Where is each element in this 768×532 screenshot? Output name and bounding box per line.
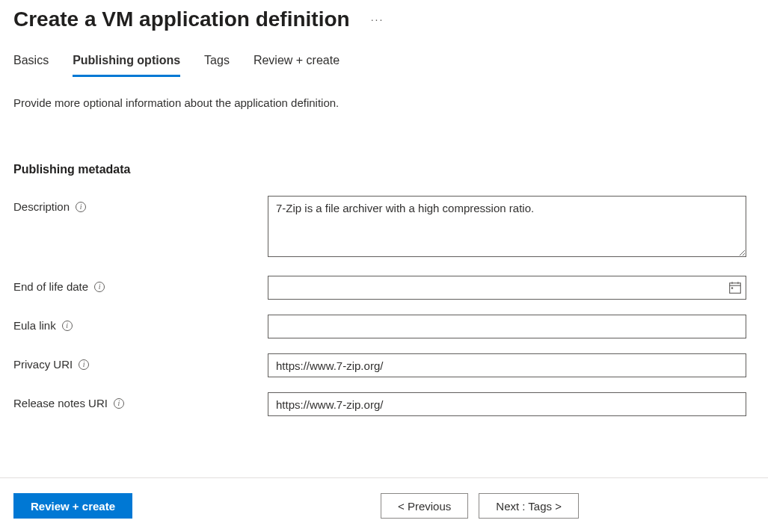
footer-bar: Review + create < Previous Next : Tags > [0, 477, 768, 532]
release-notes-uri-input[interactable] [268, 392, 746, 416]
eol-date-input[interactable] [268, 276, 746, 300]
intro-text: Provide more optional information about … [0, 77, 768, 109]
eol-date-label: End of life date [13, 280, 88, 293]
section-heading-publishing-metadata: Publishing metadata [0, 109, 768, 176]
release-notes-uri-label: Release notes URI [13, 397, 108, 409]
page-title: Create a VM application definition [13, 7, 350, 31]
info-icon[interactable]: i [94, 282, 105, 292]
tab-publishing-options[interactable]: Publishing options [73, 49, 180, 77]
tab-tags[interactable]: Tags [204, 49, 230, 77]
description-label: Description [13, 200, 70, 213]
info-icon[interactable]: i [62, 321, 73, 331]
privacy-uri-input[interactable] [268, 353, 746, 377]
description-input[interactable] [268, 196, 746, 257]
tab-basics[interactable]: Basics [13, 49, 49, 77]
info-icon[interactable]: i [76, 202, 86, 212]
next-button[interactable]: Next : Tags > [479, 493, 579, 519]
info-icon[interactable]: i [114, 398, 124, 409]
calendar-icon[interactable] [728, 281, 742, 294]
svg-rect-4 [731, 287, 733, 288]
svg-rect-0 [730, 283, 741, 294]
eula-link-input[interactable] [268, 315, 746, 338]
eula-link-label: Eula link [13, 319, 56, 332]
previous-button[interactable]: < Previous [381, 493, 468, 519]
more-actions-button[interactable]: ··· [366, 10, 389, 28]
privacy-uri-label: Privacy URI [13, 358, 73, 371]
info-icon[interactable]: i [79, 359, 89, 370]
review-create-button[interactable]: Review + create [13, 493, 132, 519]
tab-bar: Basics Publishing options Tags Review + … [0, 31, 768, 77]
tab-review-create[interactable]: Review + create [254, 49, 340, 77]
